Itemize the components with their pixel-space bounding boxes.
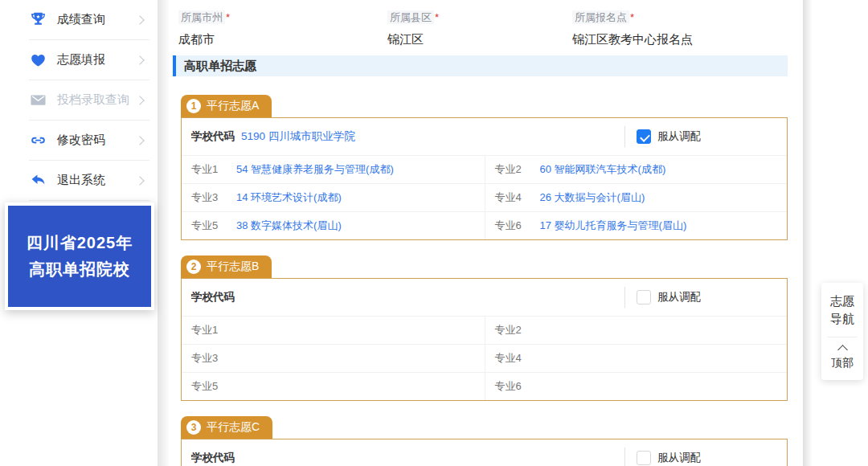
sidebar: 成绩查询 志愿填报 投档录取查询 修改密码 bbox=[0, 0, 158, 466]
major-cell: 专业260 智能网联汽车技术(成都) bbox=[485, 155, 788, 183]
major-label: 专业5 bbox=[191, 219, 227, 233]
page: 成绩查询 志愿填报 投档录取查询 修改密码 bbox=[0, 0, 868, 466]
school-code-row: 学校代码 服从调配 bbox=[182, 279, 787, 316]
school-code-row: 学校代码 服从调配 bbox=[182, 439, 787, 466]
major-label: 专业3 bbox=[191, 351, 227, 366]
chevron-right-icon bbox=[135, 55, 144, 64]
vertical-divider bbox=[624, 126, 625, 147]
back-to-top-button[interactable]: 顶部 bbox=[821, 346, 863, 370]
sidebar-item-label: 投档录取查询 bbox=[57, 92, 137, 108]
field-label: 所属报名点* bbox=[572, 10, 693, 25]
major-cell: 专业617 婴幼儿托育服务与管理(眉山) bbox=[485, 211, 788, 239]
field-label: 所属县区* bbox=[387, 10, 572, 25]
major-label: 专业1 bbox=[191, 162, 227, 177]
obey-checkbox[interactable] bbox=[637, 451, 651, 465]
obey-label: 服从调配 bbox=[657, 290, 701, 305]
majors-grid: 专业154 智慧健康养老服务与管理(成都) 专业260 智能网联汽车技术(成都)… bbox=[182, 155, 787, 239]
major-label: 专业2 bbox=[495, 162, 530, 177]
obey-adjustment-group: 服从调配 bbox=[624, 287, 701, 308]
back-to-top-label: 顶部 bbox=[821, 356, 863, 370]
obey-adjustment-group: 服从调配 bbox=[624, 448, 701, 466]
obey-label: 服从调配 bbox=[657, 451, 701, 465]
nav-label-line2: 导航 bbox=[821, 310, 863, 328]
nav-label-line1: 志愿 bbox=[821, 292, 863, 310]
city-field-value[interactable]: 成都市 bbox=[178, 32, 387, 47]
sidebar-item-admission-query[interactable]: 投档录取查询 bbox=[0, 80, 158, 120]
school-code-value[interactable]: 5190 四川城市职业学院 bbox=[241, 129, 355, 144]
card-title: 平行志愿C bbox=[207, 420, 260, 435]
sidebar-banner: 四川省2025年 高职单招院校 bbox=[5, 202, 154, 310]
obey-adjustment-group: 服从调配 bbox=[624, 126, 701, 147]
banner-line1: 四川省2025年 bbox=[27, 230, 133, 256]
major-cell: 专业3 bbox=[182, 344, 485, 372]
school-code-label: 学校代码 bbox=[191, 290, 235, 305]
card-number-badge: 1 bbox=[186, 99, 201, 113]
card-a-body: 学校代码 5190 四川城市职业学院 服从调配 专业154 智慧健康养老服务与管… bbox=[181, 117, 788, 240]
mail-icon bbox=[29, 92, 47, 109]
major-value[interactable]: 26 大数据与会计(眉山) bbox=[540, 190, 778, 205]
major-label: 专业4 bbox=[495, 190, 530, 205]
major-value[interactable]: 17 婴幼儿托育服务与管理(眉山) bbox=[540, 219, 778, 233]
required-asterisk: * bbox=[435, 11, 439, 23]
card-a-tab: 1 平行志愿A bbox=[181, 95, 272, 117]
sidebar-item-label: 志愿填报 bbox=[57, 52, 137, 67]
obey-label: 服从调配 bbox=[657, 129, 701, 144]
registration-fields: 所属市州* 成都市 所属县区* 锦江区 所属报名点* 锦江区教考中心报名点 bbox=[173, 0, 804, 47]
major-value[interactable] bbox=[540, 353, 778, 364]
section-title: 高职单招志愿 bbox=[184, 59, 256, 74]
card-title: 平行志愿A bbox=[207, 99, 259, 113]
floating-nav: 志愿 导航 顶部 bbox=[821, 283, 863, 380]
card-number-badge: 2 bbox=[186, 260, 201, 274]
field-county: 所属县区* 锦江区 bbox=[387, 10, 572, 47]
sidebar-item-label: 修改密码 bbox=[57, 133, 137, 148]
required-asterisk: * bbox=[226, 11, 230, 23]
county-field-value[interactable]: 锦江区 bbox=[387, 32, 572, 47]
field-city: 所属市州* 成都市 bbox=[178, 10, 387, 47]
major-cell: 专业1 bbox=[182, 316, 485, 344]
vertical-divider bbox=[624, 287, 625, 308]
major-value[interactable] bbox=[540, 381, 778, 392]
sidebar-item-label: 退出系统 bbox=[57, 173, 137, 188]
sidebar-item-logout[interactable]: 退出系统 bbox=[0, 161, 158, 200]
card-title: 平行志愿B bbox=[207, 260, 259, 274]
sidebar-item-volunteer-fill[interactable]: 志愿填报 bbox=[0, 40, 158, 80]
major-value[interactable] bbox=[236, 353, 475, 364]
registration-point-field-value[interactable]: 锦江区教考中心报名点 bbox=[572, 32, 693, 47]
heart-icon bbox=[29, 51, 47, 69]
volunteer-nav-button[interactable]: 志愿 导航 bbox=[821, 292, 863, 328]
major-label: 专业6 bbox=[495, 219, 530, 233]
parallel-choice-card-a: 1 平行志愿A 学校代码 5190 四川城市职业学院 服从调配 专业154 智慧… bbox=[181, 95, 788, 240]
chevron-right-icon bbox=[135, 96, 144, 104]
school-code-label: 学校代码 bbox=[191, 129, 235, 144]
sidebar-divider bbox=[29, 200, 149, 201]
major-value[interactable]: 60 智能网联汽车技术(成都) bbox=[540, 162, 778, 177]
major-value[interactable] bbox=[236, 381, 475, 392]
banner-line2: 高职单招院校 bbox=[29, 256, 130, 283]
chevron-right-icon bbox=[135, 176, 144, 185]
major-value[interactable]: 54 智慧健康养老服务与管理(成都) bbox=[236, 162, 475, 177]
major-label: 专业6 bbox=[495, 379, 530, 394]
major-label: 专业3 bbox=[191, 190, 227, 205]
sidebar-item-change-password[interactable]: 修改密码 bbox=[0, 121, 158, 160]
required-asterisk: * bbox=[630, 11, 634, 23]
card-c-tab: 3 平行志愿C bbox=[181, 416, 272, 439]
major-value[interactable]: 14 环境艺术设计(成都) bbox=[236, 190, 475, 205]
major-cell: 专业154 智慧健康养老服务与管理(成都) bbox=[182, 155, 485, 183]
field-registration-point: 所属报名点* 锦江区教考中心报名点 bbox=[572, 10, 693, 47]
major-value[interactable] bbox=[236, 325, 475, 336]
chevron-right-icon bbox=[135, 15, 144, 24]
sidebar-item-score-query[interactable]: 成绩查询 bbox=[0, 0, 158, 39]
major-cell: 专业6 bbox=[485, 372, 788, 400]
trophy-icon bbox=[29, 11, 47, 29]
card-b-body: 学校代码 服从调配 专业1 专业2 专业3 专业4 专业5 专业6 bbox=[181, 278, 788, 401]
parallel-choice-card-b: 2 平行志愿B 学校代码 服从调配 专业1 专业2 专业3 bbox=[181, 255, 788, 401]
obey-checkbox[interactable] bbox=[637, 290, 651, 305]
major-label: 专业4 bbox=[495, 351, 530, 366]
back-arrow-icon bbox=[29, 172, 47, 190]
major-value[interactable]: 38 数字媒体技术(眉山) bbox=[236, 219, 475, 233]
major-cell: 专业4 bbox=[485, 344, 788, 372]
obey-checkbox[interactable] bbox=[637, 129, 651, 144]
major-value[interactable] bbox=[540, 325, 778, 336]
vertical-divider bbox=[624, 448, 625, 466]
card-c-body: 学校代码 服从调配 bbox=[181, 439, 788, 466]
